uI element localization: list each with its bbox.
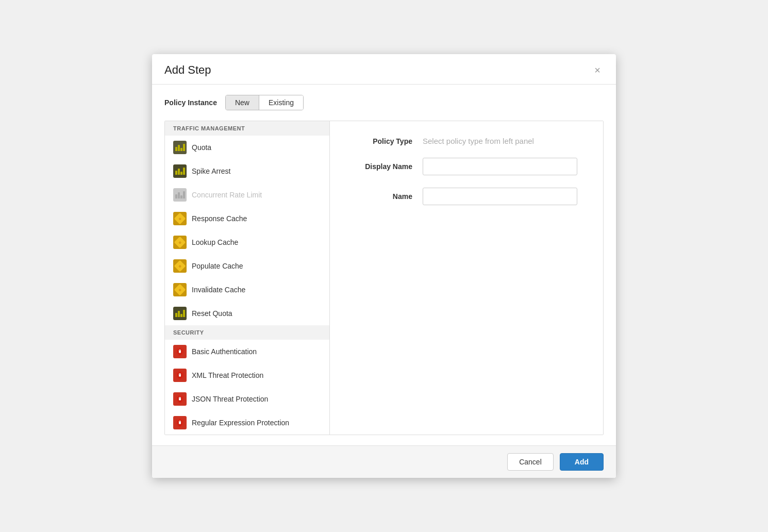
policy-item-invalidate-cache[interactable]: ⬦ Invalidate Cache	[165, 278, 329, 302]
concurrent-rate-limit-label: Concurrent Rate Limit	[192, 191, 262, 199]
bar-chart-icon-2	[174, 166, 187, 176]
response-cache-icon: ⬦	[173, 212, 187, 225]
policy-type-label: Policy Type	[350, 137, 423, 145]
display-name-input[interactable]	[423, 158, 577, 175]
dialog-header: Add Step ×	[152, 54, 616, 85]
diamond-icon-4: ⬦	[174, 284, 186, 296]
name-label: Name	[350, 192, 423, 201]
shield-svg-4	[175, 418, 185, 427]
section-header-traffic: TRAFFIC MANAGEMENT	[165, 121, 329, 136]
right-panel: Policy Type Select policy type from left…	[330, 121, 603, 435]
populate-cache-label: Populate Cache	[192, 262, 243, 270]
json-threat-label: JSON Threat Protection	[192, 395, 268, 403]
diamond-icon: ⬦	[174, 213, 186, 225]
diamond-icon-2: ⬦	[174, 237, 186, 248]
dialog-title: Add Step	[164, 63, 211, 77]
policy-item-response-cache[interactable]: ⬦ Response Cache	[165, 207, 329, 230]
reset-quota-label: Reset Quota	[192, 309, 232, 318]
bar-chart-icon-3	[174, 190, 187, 200]
policy-type-hint: Select policy type from left panel	[423, 137, 534, 145]
lookup-cache-label: Lookup Cache	[192, 238, 238, 246]
diamond-icon-3: ⬦	[174, 260, 186, 272]
quota-label: Quota	[192, 143, 211, 152]
spike-arrest-icon	[173, 164, 187, 178]
toggle-existing-button[interactable]: Existing	[259, 95, 303, 110]
policy-item-reset-quota[interactable]: Reset Quota	[165, 302, 329, 325]
policy-instance-label: Policy Instance	[164, 98, 217, 107]
cancel-button[interactable]: Cancel	[507, 453, 554, 471]
invalidate-cache-icon: ⬦	[173, 283, 187, 296]
policy-item-concurrent-rate-limit: Concurrent Rate Limit	[165, 183, 329, 207]
add-step-dialog: Add Step × Policy Instance New Existing …	[152, 54, 616, 478]
lookup-cache-icon: ⬦	[173, 236, 187, 249]
bar-chart-icon	[174, 142, 187, 153]
policy-type-row: Policy Type Select policy type from left…	[350, 137, 582, 145]
section-header-security: SECURITY	[165, 325, 329, 340]
xml-threat-label: XML Threat Protection	[192, 371, 263, 379]
name-row: Name	[350, 188, 582, 205]
policy-item-basic-auth[interactable]: Basic Authentication	[165, 340, 329, 363]
quota-icon	[173, 141, 187, 154]
policy-item-lookup-cache[interactable]: ⬦ Lookup Cache	[165, 230, 329, 254]
content-area: TRAFFIC MANAGEMENT Quota	[164, 121, 604, 435]
shield-svg-2	[175, 371, 185, 380]
policy-item-json-threat[interactable]: JSON Threat Protection	[165, 387, 329, 411]
regex-protection-label: Regular Expression Protection	[192, 419, 289, 427]
display-name-row: Display Name	[350, 158, 582, 175]
display-name-label: Display Name	[350, 162, 423, 171]
shield-svg	[175, 347, 185, 356]
regex-protection-icon	[173, 416, 187, 429]
bar-chart-icon-4	[174, 308, 187, 319]
basic-auth-label: Basic Authentication	[192, 347, 257, 356]
json-threat-icon	[173, 392, 187, 406]
spike-arrest-label: Spike Arrest	[192, 167, 230, 175]
xml-threat-icon	[173, 369, 187, 382]
policy-item-spike-arrest[interactable]: Spike Arrest	[165, 159, 329, 183]
name-input[interactable]	[423, 188, 577, 205]
concurrent-rate-limit-icon	[173, 188, 187, 202]
policy-item-xml-threat[interactable]: XML Threat Protection	[165, 363, 329, 387]
basic-auth-icon	[173, 345, 187, 358]
policy-instance-toggle-group: New Existing	[225, 95, 304, 110]
left-panel: TRAFFIC MANAGEMENT Quota	[165, 121, 330, 435]
policy-item-regex-protection[interactable]: Regular Expression Protection	[165, 411, 329, 435]
populate-cache-icon: ⬦	[173, 259, 187, 273]
policy-item-populate-cache[interactable]: ⬦ Populate Cache	[165, 254, 329, 278]
policy-instance-row: Policy Instance New Existing	[164, 95, 604, 110]
response-cache-label: Response Cache	[192, 214, 247, 223]
shield-svg-3	[175, 394, 185, 404]
add-button[interactable]: Add	[560, 453, 604, 471]
policy-item-quota[interactable]: Quota	[165, 136, 329, 159]
dialog-footer: Cancel Add	[152, 445, 616, 478]
toggle-new-button[interactable]: New	[226, 95, 259, 110]
reset-quota-icon	[173, 307, 187, 320]
dialog-body: Policy Instance New Existing TRAFFIC MAN…	[152, 85, 616, 445]
invalidate-cache-label: Invalidate Cache	[192, 286, 245, 294]
close-button[interactable]: ×	[591, 64, 604, 76]
